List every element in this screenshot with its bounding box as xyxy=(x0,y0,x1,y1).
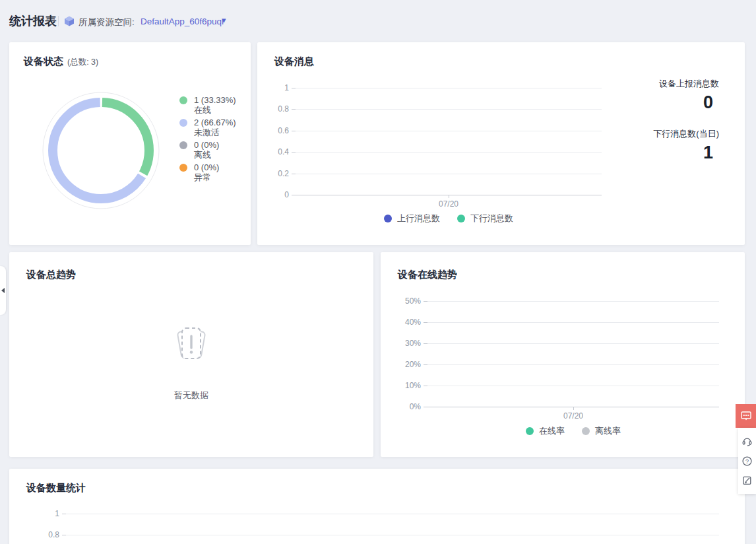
x-axis-tick xyxy=(573,407,574,410)
y-axis-label: 0.8 xyxy=(278,104,289,114)
x-axis-label: 07/20 xyxy=(563,411,583,421)
gridline: 1 xyxy=(296,88,602,88)
collapse-arrow-icon xyxy=(1,288,5,293)
legend-item[interactable]: 上行消息数 xyxy=(384,213,440,224)
feedback-button[interactable] xyxy=(736,404,756,428)
legend-dot-icon xyxy=(582,427,590,435)
device-message-card: 设备消息 10.80.60.40.2007/20 上行消息数下行消息数 设备上报… xyxy=(257,42,745,245)
axis-tick xyxy=(292,174,296,174)
axis-tick xyxy=(424,407,427,407)
y-axis-label: 0.2 xyxy=(278,169,289,178)
legend-dot-icon xyxy=(179,164,187,172)
card-title: 设备消息 xyxy=(274,55,314,68)
gridline: 20% xyxy=(427,364,719,365)
device-message-stats: 设备上报消息数0下行消息数(当日)1 xyxy=(653,78,719,162)
device-online-trend-legend: 在线率离线率 xyxy=(427,425,719,437)
gridline: 40% xyxy=(427,322,719,323)
legend-dot-icon xyxy=(526,427,534,435)
device-status-card: 设备状态(总数: 3) 1 (33.33%)在线2 (66.67%)未激活0 (… xyxy=(9,42,251,245)
device-status-donut-chart xyxy=(38,88,164,213)
status-legend-text: 2 (66.67%)未激活 xyxy=(194,118,236,137)
axis-tick xyxy=(424,386,427,386)
device-status-legend: 1 (33.33%)在线2 (66.67%)未激活0 (0%)离线0 (0%)异… xyxy=(179,95,236,182)
stat-label: 设备上报消息数 xyxy=(653,78,719,90)
axis-tick xyxy=(292,131,296,131)
y-axis-label: 40% xyxy=(405,318,421,327)
donut-outer-ring xyxy=(43,92,159,209)
legend-dot-icon xyxy=(179,119,187,127)
x-axis-label: 07/20 xyxy=(439,199,458,209)
legend-item[interactable]: 在线率 xyxy=(526,425,565,437)
resource-space-label: 所属资源空间: xyxy=(79,17,135,28)
gridline: 0.4 xyxy=(296,152,602,153)
resource-space-dropdown[interactable]: DefaultApp_60f6puqr xyxy=(141,17,225,26)
status-legend-text: 0 (0%)离线 xyxy=(194,140,219,160)
status-legend-item[interactable]: 0 (0%)异常 xyxy=(179,162,236,182)
card-title: 设备总趋势 xyxy=(26,269,76,281)
header-divider xyxy=(58,16,59,26)
device-online-trend-plot: 50%40%30%20%10%0%07/20 xyxy=(427,301,719,407)
y-axis-label: 0.6 xyxy=(278,126,289,135)
y-axis-label: 0% xyxy=(410,402,421,411)
device-count-card: 设备数量统计 10.8 xyxy=(9,469,745,544)
legend-item[interactable]: 下行消息数 xyxy=(457,213,513,224)
y-axis-label: 1 xyxy=(55,509,59,518)
axis-tick xyxy=(424,364,427,365)
device-message-legend: 上行消息数下行消息数 xyxy=(296,213,602,224)
legend-label: 在线率 xyxy=(539,425,565,437)
legend-item[interactable]: 离线率 xyxy=(582,425,621,437)
chevron-down-icon[interactable]: ▾ xyxy=(222,15,226,25)
axis-tick xyxy=(424,322,427,323)
gridline: 0.2 xyxy=(296,174,602,174)
axis-tick xyxy=(292,195,296,195)
card-title: 设备状态(总数: 3) xyxy=(24,55,98,68)
device-total-count: (总数: 3) xyxy=(67,57,98,67)
help-question-button[interactable]: ? xyxy=(741,456,753,467)
axis-tick xyxy=(62,535,66,535)
axis-tick xyxy=(62,514,66,514)
survey-edit-button[interactable] xyxy=(741,475,753,486)
legend-label: 下行消息数 xyxy=(470,213,513,224)
y-axis-label: 30% xyxy=(405,339,421,348)
y-axis-label: 0 xyxy=(284,190,289,199)
legend-dot-icon xyxy=(384,215,392,222)
svg-text:?: ? xyxy=(745,458,749,464)
stat-label: 下行消息数(当日) xyxy=(653,128,719,140)
gridline: 30% xyxy=(427,343,719,344)
support-toolbar: ? xyxy=(738,428,756,494)
status-legend-item[interactable]: 1 (33.33%)在线 xyxy=(179,95,236,115)
device-message-plot: 10.80.60.40.2007/20 xyxy=(296,88,602,195)
device-total-trend-card: 设备总趋势 暂无数据 xyxy=(9,252,373,457)
card-title: 设备数量统计 xyxy=(26,482,86,494)
y-axis-label: 20% xyxy=(405,360,421,369)
legend-dot-icon xyxy=(457,215,465,222)
y-axis-label: 10% xyxy=(405,381,421,390)
gridline: 1 xyxy=(66,514,719,514)
axis-tick xyxy=(424,301,427,302)
gridline: 0.8 xyxy=(296,109,602,110)
gridline: 10% xyxy=(427,386,719,386)
gridline: 0.6 xyxy=(296,131,602,131)
resource-space-cube-icon xyxy=(63,15,75,27)
y-axis-label: 0.8 xyxy=(48,530,59,539)
device-online-trend-card: 设备在线趋势 50%40%30%20%10%0%07/20 在线率离线率 xyxy=(381,252,745,457)
stat-value: 1 xyxy=(653,143,719,162)
legend-dot-icon xyxy=(179,141,187,149)
sidebar-collapse-handle[interactable] xyxy=(0,266,6,315)
axis-tick xyxy=(292,88,296,88)
stat-value: 0 xyxy=(653,92,719,112)
device-count-plot: 10.8 xyxy=(66,514,719,535)
status-legend-text: 0 (0%)异常 xyxy=(194,162,219,182)
empty-data-icon xyxy=(9,323,373,366)
card-title: 设备在线趋势 xyxy=(398,269,457,281)
y-axis-label: 1 xyxy=(284,83,289,92)
axis-tick xyxy=(292,109,296,110)
status-legend-item[interactable]: 2 (66.67%)未激活 xyxy=(179,118,236,137)
support-headset-button[interactable] xyxy=(741,436,753,447)
legend-label: 离线率 xyxy=(595,425,621,437)
status-legend-item[interactable]: 0 (0%)离线 xyxy=(179,140,236,160)
legend-dot-icon xyxy=(179,96,187,104)
empty-data-text: 暂无数据 xyxy=(9,390,373,401)
y-axis-label: 0.4 xyxy=(278,147,289,156)
axis-tick xyxy=(292,152,296,153)
